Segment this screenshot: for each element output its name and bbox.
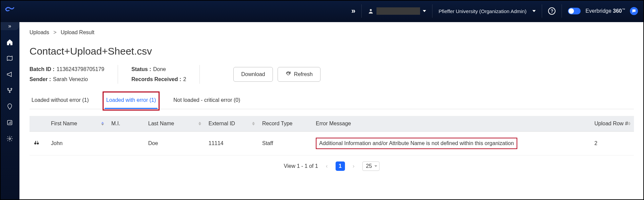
chat-icon[interactable] xyxy=(630,7,638,15)
table-row: John Doe 11114 Staff Additional Informat… xyxy=(30,132,634,155)
pager-prev[interactable]: ‹ xyxy=(323,162,331,170)
user-menu[interactable] xyxy=(361,4,432,18)
rail-expand-icon[interactable]: » xyxy=(0,22,19,30)
cell-first-name: John xyxy=(47,132,107,155)
user-name-redacted xyxy=(376,7,420,15)
svg-point-3 xyxy=(9,91,10,92)
nav-home-icon[interactable] xyxy=(6,38,14,46)
sort-icon[interactable] xyxy=(628,122,631,126)
sort-icon[interactable] xyxy=(198,122,201,126)
col-mi[interactable]: M.I. xyxy=(107,116,144,132)
org-name: Pfieffer University (Organization Admin) xyxy=(438,8,526,14)
svg-point-0 xyxy=(370,9,372,11)
svg-point-4 xyxy=(9,105,10,106)
pagination: View 1 - 1 of 1 ‹ 1 › 25 xyxy=(30,155,634,177)
refresh-icon xyxy=(285,71,291,78)
results-table: First Name M.I. Last Name External ID xyxy=(30,116,634,155)
brand-label: Everbridge 360™ xyxy=(585,8,625,14)
caret-down-icon xyxy=(532,10,536,12)
nav-map-icon[interactable] xyxy=(6,54,14,62)
svg-point-2 xyxy=(11,88,12,89)
cell-external-id: 11114 xyxy=(204,132,258,155)
pager-size-select[interactable]: 25 xyxy=(362,161,380,171)
sort-icon[interactable] xyxy=(101,122,104,126)
page-title: Contact+Upload+Sheet.csv xyxy=(30,46,634,57)
col-record-type[interactable]: Record Type xyxy=(258,116,312,132)
tab-no-error[interactable]: Loaded without error (1) xyxy=(30,93,91,109)
error-message-highlight: Additional Information and/or Attribute … xyxy=(316,138,517,149)
col-upload-row[interactable]: Upload Row # xyxy=(590,116,634,132)
svg-point-6 xyxy=(9,138,11,140)
cell-record-type: Staff xyxy=(258,132,312,155)
pager-next[interactable]: › xyxy=(350,162,358,170)
header-expand-icon[interactable] xyxy=(345,4,361,18)
col-last-name[interactable]: Last Name xyxy=(144,116,204,132)
cell-mi xyxy=(107,132,144,155)
download-button[interactable]: Download xyxy=(233,67,273,82)
refresh-button[interactable]: Refresh xyxy=(278,67,320,82)
svg-point-8 xyxy=(37,142,39,144)
main-content: Uploads > Upload Result Contact+Upload+S… xyxy=(19,22,644,200)
meta-batch-id: Batch ID :1136243798705179 xyxy=(30,66,104,72)
brand-toggle-area: Everbridge 360™ xyxy=(562,4,644,18)
meta-sender: Sender :Sarah Venezio xyxy=(30,76,104,82)
help-button[interactable]: ? xyxy=(542,4,562,18)
svg-point-7 xyxy=(34,142,36,144)
nav-settings-icon[interactable] xyxy=(6,135,14,143)
logo-icon[interactable] xyxy=(0,0,19,22)
meta-records: Records Received :2 xyxy=(131,76,186,82)
experience-toggle[interactable] xyxy=(568,8,581,14)
nav-workflow-icon[interactable] xyxy=(6,86,14,94)
user-icon xyxy=(368,8,374,14)
breadcrumb-current: Upload Result xyxy=(61,29,95,35)
help-icon: ? xyxy=(548,7,555,15)
meta-status: Status :Done xyxy=(131,66,186,72)
breadcrumb-root[interactable]: Uploads xyxy=(30,29,49,35)
breadcrumb-sep: > xyxy=(53,29,56,35)
nav-reports-icon[interactable] xyxy=(6,119,14,127)
col-first-name[interactable]: First Name xyxy=(47,116,107,132)
left-nav-rail: » xyxy=(0,22,19,200)
pager-page[interactable]: 1 xyxy=(336,161,345,171)
nav-megaphone-icon[interactable] xyxy=(6,70,14,78)
nav-location-icon[interactable] xyxy=(6,103,14,111)
global-header: Pfieffer University (Organization Admin)… xyxy=(0,0,644,22)
pager-summary: View 1 - 1 of 1 xyxy=(284,163,318,169)
meta-row: Batch ID :1136243798705179 Sender :Sarah… xyxy=(30,65,634,84)
cell-upload-row: 2 xyxy=(590,132,634,155)
breadcrumb: Uploads > Upload Result xyxy=(30,29,634,36)
svg-point-1 xyxy=(7,88,8,89)
binoculars-icon[interactable] xyxy=(34,141,40,147)
col-error-message[interactable]: Error Message xyxy=(312,116,590,132)
tab-not-loaded[interactable]: Not loaded - critical error (0) xyxy=(171,93,242,109)
tab-with-error[interactable]: Loaded with error (1) xyxy=(104,93,158,109)
caret-down-icon xyxy=(423,10,426,12)
result-tabs: Loaded without error (1) Loaded with err… xyxy=(30,93,634,109)
sort-icon[interactable] xyxy=(252,122,255,126)
cell-last-name: Doe xyxy=(144,132,204,155)
col-external-id[interactable]: External ID xyxy=(204,116,258,132)
col-tool xyxy=(30,116,47,132)
org-switcher[interactable]: Pfieffer University (Organization Admin) xyxy=(432,4,542,18)
cell-error-message: Additional Information and/or Attribute … xyxy=(312,132,590,155)
